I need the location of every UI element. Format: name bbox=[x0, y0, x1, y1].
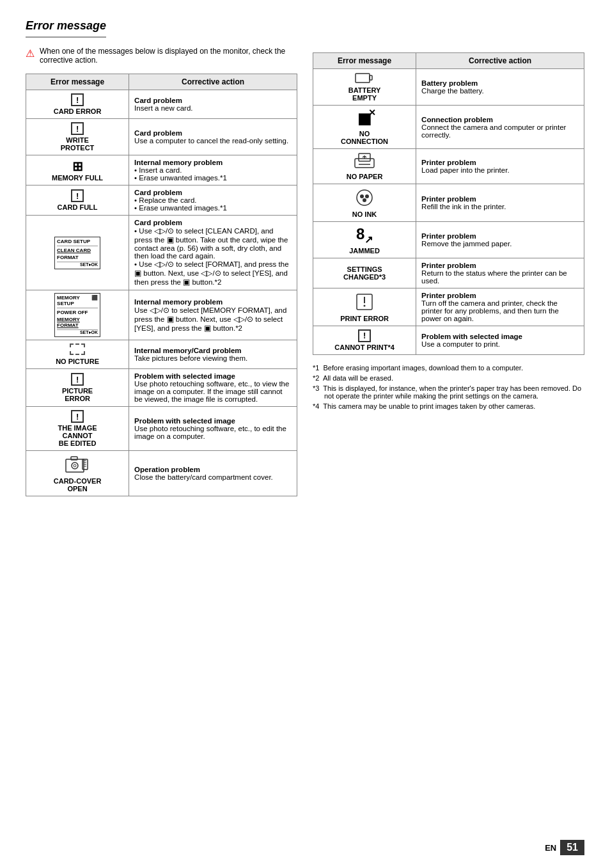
settings-changed-text: Return to the status where the printer c… bbox=[421, 269, 567, 285]
page-title: Error message bbox=[26, 19, 106, 38]
write-protect-label: WRITEPROTECT bbox=[31, 136, 123, 152]
memory-setup-text: Use ◁▷/⊙ to select [MEMORY FORMAT], and … bbox=[134, 306, 286, 332]
cannot-print-text: Use a computer to print. bbox=[421, 340, 500, 348]
table-row: ! PICTUREERROR Problem with selected ima… bbox=[26, 369, 297, 407]
svg-rect-0 bbox=[66, 459, 84, 472]
footnote-3: *3 This is displayed, for instance, when… bbox=[313, 384, 584, 400]
settings-changed-title: Printer problem bbox=[421, 262, 476, 269]
svg-point-15 bbox=[357, 190, 372, 205]
table-row: NO PAPER Printer problem Load paper into… bbox=[313, 149, 584, 184]
print-error-text: Turn off the camera and printer, check t… bbox=[421, 299, 559, 322]
no-picture-label: NO PICTURE bbox=[31, 358, 123, 365]
no-picture-title: Internal memory/Card problem bbox=[134, 347, 241, 354]
card-full-label: CARD FULL bbox=[31, 203, 123, 211]
table-row: NO INK Printer problem Refill the ink in… bbox=[313, 184, 584, 222]
card-cover-icon bbox=[31, 454, 123, 476]
image-cannot-edit-title: Problem with selected image bbox=[134, 417, 235, 425]
memory-full-label: MEMORY FULL bbox=[31, 174, 123, 182]
image-cannot-edit-text: Use photo retouching software, etc., to … bbox=[134, 425, 286, 440]
card-cover-text: Close the battery/card compartment cover… bbox=[134, 473, 273, 481]
table-row: ! CARD ERROR Card problem Insert a new c… bbox=[26, 90, 297, 119]
footnotes-section: *1 Before erasing important images, down… bbox=[313, 364, 584, 410]
cannot-print-label: CANNOT PRINT*4 bbox=[318, 343, 411, 351]
card-full-item1: • Replace the card. bbox=[134, 196, 196, 204]
intro-section: ⚠ When one of the messages below is disp… bbox=[26, 47, 297, 65]
picture-error-title: Problem with selected image bbox=[134, 372, 235, 380]
memory-full-item1: • Insert a card. bbox=[134, 166, 182, 174]
card-error-text: Insert a new card. bbox=[134, 104, 192, 112]
footnote-2: *2 All data will be erased. bbox=[313, 374, 584, 382]
svg-rect-9 bbox=[356, 74, 370, 83]
card-full-title: Card problem bbox=[134, 189, 182, 196]
print-error-title: Printer problem bbox=[421, 292, 476, 299]
card-full-item2: • Erase unwanted images.*1 bbox=[134, 204, 227, 212]
no-ink-title: Printer problem bbox=[421, 195, 476, 203]
write-protect-text: Use a computer to cancel the read-only s… bbox=[134, 137, 288, 145]
left-error-table: Error message Corrective action ! CARD E… bbox=[26, 74, 297, 496]
svg-point-16 bbox=[360, 194, 364, 198]
card-setup-item1: • Use ◁▷/⊙ to select [CLEAN CARD], and p… bbox=[134, 227, 288, 260]
card-error-title: Card problem bbox=[134, 97, 182, 104]
no-picture-text: Take pictures before viewing them. bbox=[134, 354, 247, 362]
image-cannot-edit-icon: ! bbox=[31, 410, 123, 424]
card-full-icon: ! bbox=[31, 189, 123, 203]
svg-rect-1 bbox=[71, 457, 77, 460]
settings-changed-label: SETTINGSCHANGED*3 bbox=[318, 265, 411, 281]
svg-rect-10 bbox=[370, 75, 372, 80]
battery-empty-text: Charge the battery. bbox=[421, 87, 484, 95]
right-error-table: Error message Corrective action bbox=[313, 52, 584, 355]
memory-full-item2: • Erase unwanted images.*1 bbox=[134, 174, 227, 182]
left-col2-header: Corrective action bbox=[129, 74, 297, 90]
info-icon: ⚠ bbox=[26, 47, 35, 59]
svg-point-2 bbox=[72, 462, 78, 469]
left-col1-header: Error message bbox=[26, 74, 129, 90]
table-row: ⏹ ✕ NOCONNECTION Connection problem Conn… bbox=[313, 106, 584, 149]
cannot-print-icon: ! bbox=[318, 329, 411, 343]
no-paper-text: Load paper into the printer. bbox=[421, 166, 509, 174]
table-row: CARD SETUP CLEAN CARD FORMAT SET▸OK Card… bbox=[26, 216, 297, 290]
svg-point-3 bbox=[74, 464, 76, 467]
jammed-icon: 8↗ bbox=[318, 225, 411, 246]
battery-empty-title: Battery problem bbox=[421, 79, 478, 87]
right-col1-header: Error message bbox=[313, 53, 416, 69]
table-row: 8↗ JAMMED Printer problem Remove the jam… bbox=[313, 222, 584, 258]
card-cover-svg bbox=[65, 454, 90, 475]
memory-full-icon: ⊞ bbox=[31, 159, 123, 174]
card-cover-label: CARD-COVEROPEN bbox=[31, 477, 123, 493]
jammed-text: Remove the jammed paper. bbox=[421, 240, 512, 248]
svg-rect-11 bbox=[355, 159, 374, 168]
table-row: CARD-COVEROPEN Operation problem Close t… bbox=[26, 451, 297, 496]
no-ink-text: Refill the ink in the printer. bbox=[421, 203, 506, 210]
picture-error-label: PICTUREERROR bbox=[31, 387, 123, 402]
cannot-print-title: Problem with selected image bbox=[421, 333, 522, 340]
table-row: ⊞ MEMORY FULL Internal memory problem • … bbox=[26, 155, 297, 185]
battery-empty-label: BATTERYEMPTY bbox=[318, 86, 411, 102]
no-connection-label: NOCONNECTION bbox=[318, 130, 411, 145]
card-error-icon: ! bbox=[31, 93, 123, 107]
table-row: SETTINGSCHANGED*3 Printer problem Return… bbox=[313, 258, 584, 288]
table-row: ! CARD FULL Card problem • Replace the c… bbox=[26, 185, 297, 216]
no-picture-icon bbox=[70, 343, 85, 355]
no-paper-icon bbox=[318, 152, 411, 171]
jammed-label: JAMMED bbox=[318, 247, 411, 255]
table-row: MEMORY SETUP⬛ POWER OFF MEMORY FORMAT SE… bbox=[26, 290, 297, 340]
no-paper-label: NO PAPER bbox=[318, 173, 411, 180]
no-connection-title: Connection problem bbox=[421, 116, 493, 123]
table-row: ! WRITEPROTECT Card problem Use a comput… bbox=[26, 119, 297, 155]
memory-setup-screen: MEMORY SETUP⬛ POWER OFF MEMORY FORMAT SE… bbox=[54, 293, 100, 337]
memory-full-title: Internal memory problem bbox=[134, 159, 223, 166]
table-row: ! THE IMAGECANNOTBE EDITED Problem with … bbox=[26, 407, 297, 451]
footnote-4: *4 This camera may be unable to print im… bbox=[313, 402, 584, 410]
no-ink-label: NO INK bbox=[318, 210, 411, 218]
svg-point-17 bbox=[365, 194, 369, 198]
picture-error-text: Use photo retouching software, etc., to … bbox=[134, 380, 289, 403]
no-ink-icon bbox=[318, 187, 411, 209]
right-col2-header: Corrective action bbox=[416, 53, 584, 69]
memory-setup-title: Internal memory problem bbox=[134, 298, 223, 306]
write-protect-icon: ! bbox=[31, 122, 123, 136]
table-row: PRINT ERROR Printer problem Turn off the… bbox=[313, 288, 584, 326]
no-connection-text: Connect the camera and computer or print… bbox=[421, 123, 566, 139]
print-error-label: PRINT ERROR bbox=[318, 315, 411, 322]
card-cover-title: Operation problem bbox=[134, 466, 200, 473]
card-setup-title: Card problem bbox=[134, 219, 182, 226]
